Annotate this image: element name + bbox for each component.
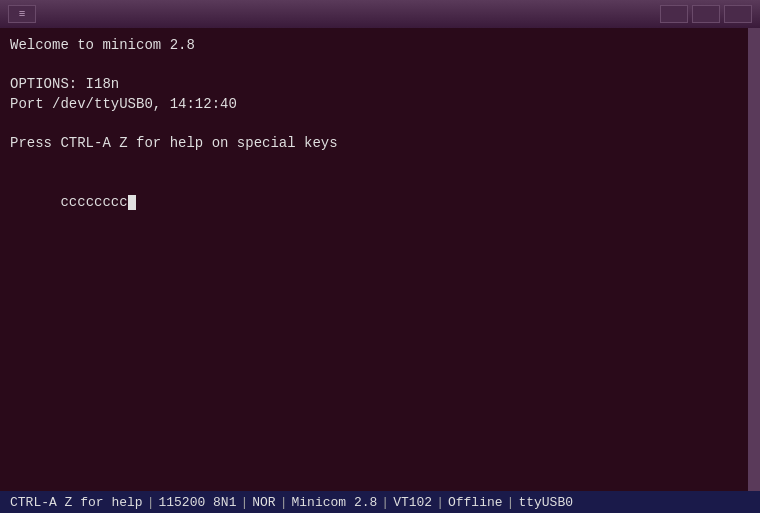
status-baud: 115200 8N1 xyxy=(154,495,240,510)
blank-line-3 xyxy=(10,154,750,174)
scrollbar-thumb[interactable] xyxy=(748,28,760,491)
status-div6: | xyxy=(507,495,515,510)
status-div5: | xyxy=(436,495,444,510)
input-line: cccccccc xyxy=(10,173,750,232)
menu-button[interactable]: ≡ xyxy=(8,5,36,23)
port-line: Port /dev/ttyUSB0, 14:12:40 xyxy=(10,95,750,115)
status-help: CTRL-A Z for help xyxy=(6,495,147,510)
titlebar: ≡ xyxy=(0,0,760,28)
scrollbar[interactable] xyxy=(748,28,760,491)
close-button[interactable] xyxy=(724,5,752,23)
terminal-area[interactable]: Welcome to minicom 2.8 OPTIONS: I18n Por… xyxy=(0,28,760,491)
status-port: ttyUSB0 xyxy=(514,495,577,510)
statusbar: CTRL-A Z for help | 115200 8N1 | NOR | M… xyxy=(0,491,760,513)
status-nor: NOR xyxy=(248,495,279,510)
status-div1: | xyxy=(147,495,155,510)
blank-line-1 xyxy=(10,56,750,76)
status-div2: | xyxy=(240,495,248,510)
help-line: Press CTRL-A Z for help on special keys xyxy=(10,134,750,154)
blank-line-2 xyxy=(10,114,750,134)
status-div4: | xyxy=(381,495,389,510)
status-version: Minicom 2.8 xyxy=(287,495,381,510)
input-text: cccccccc xyxy=(60,194,127,210)
titlebar-left: ≡ xyxy=(8,5,36,23)
terminal-wrapper: Welcome to minicom 2.8 OPTIONS: I18n Por… xyxy=(0,28,760,491)
maximize-button[interactable] xyxy=(692,5,720,23)
status-vt: VT102 xyxy=(389,495,436,510)
welcome-line: Welcome to minicom 2.8 xyxy=(10,36,750,56)
options-line: OPTIONS: I18n xyxy=(10,75,750,95)
status-offline: Offline xyxy=(444,495,507,510)
status-div3: | xyxy=(280,495,288,510)
minimize-button[interactable] xyxy=(660,5,688,23)
terminal-cursor xyxy=(128,195,136,210)
titlebar-right xyxy=(660,5,752,23)
